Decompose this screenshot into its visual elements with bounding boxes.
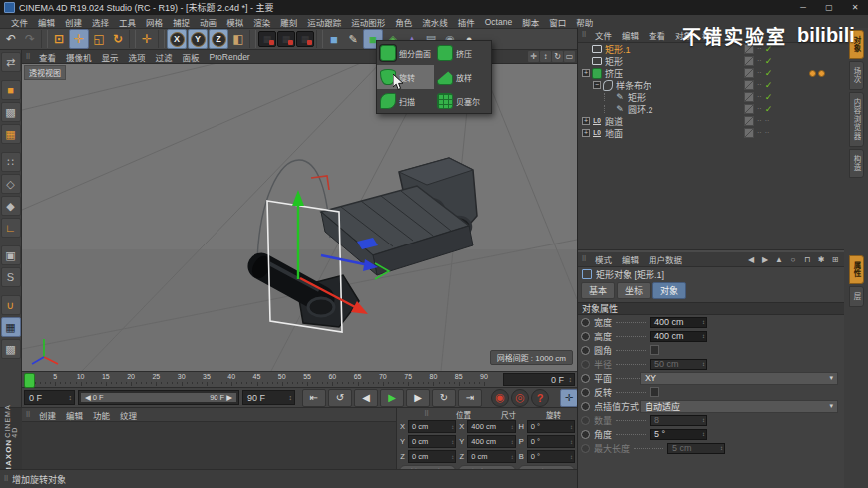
toggle-view-icon[interactable]: ▭ (564, 51, 575, 62)
size-x-field[interactable]: 400 cm (467, 420, 515, 433)
object-label[interactable]: 圆环.2 (628, 103, 653, 116)
object-row[interactable]: 矩形··✓ (578, 55, 844, 67)
lock-x-axis-icon[interactable]: X (167, 29, 187, 49)
record-keyframe-button[interactable]: ◉ (491, 389, 509, 407)
attribute-tab-基本[interactable]: 基本 (581, 282, 615, 299)
dock-tab-场次[interactable]: 场次 (849, 61, 864, 90)
move-tool-icon[interactable]: ✛ (69, 29, 89, 49)
menu-edit[interactable]: 编辑 (33, 16, 60, 28)
viewport-solo-icon[interactable]: ▣ (1, 245, 21, 265)
popup-item-lathe[interactable]: 旋转 (377, 65, 434, 89)
viewport-menu-panel[interactable]: 面板 (178, 51, 205, 63)
last-tool-icon[interactable]: ✛ (138, 30, 156, 48)
edges-mode-icon[interactable]: ◇ (1, 174, 21, 194)
attribute-dropdown[interactable]: XY (640, 372, 838, 385)
toggle-chip-icon[interactable] (744, 128, 754, 138)
history-forward-icon[interactable]: ▶ (760, 255, 770, 264)
object-row[interactable]: ✎圆环.2··✓ (578, 103, 844, 115)
size-z-field[interactable]: 0 cm (467, 450, 515, 463)
soft-selection-icon[interactable]: S (1, 267, 21, 287)
timeline-playhead[interactable] (24, 373, 35, 388)
popup-item-loft[interactable]: 放样 (434, 65, 491, 89)
position-y-field[interactable]: 0 cm (408, 435, 456, 448)
attribute-tab-对象[interactable]: 对象 (652, 282, 686, 299)
attribute-tab-坐标[interactable]: 坐标 (617, 282, 651, 299)
attribute-value-field[interactable]: 400 cm (650, 331, 707, 342)
panel-handle-icon[interactable] (578, 30, 590, 41)
new-panel-icon[interactable]: ⊞ (830, 255, 840, 264)
object-menu-objects[interactable]: 对象 (670, 29, 697, 41)
attribute-checkbox[interactable] (650, 387, 659, 397)
autokey-button[interactable]: ◎ (511, 389, 529, 407)
visibility-dots-icon[interactable]: ·· (757, 83, 762, 87)
enable-axis-icon[interactable]: ∟ (1, 218, 21, 238)
history-back-icon[interactable]: ◀ (746, 255, 756, 264)
rotation-p-field[interactable]: 0 ° (527, 435, 575, 448)
grid-snap-icon[interactable]: ▩ (1, 339, 21, 359)
popup-item-extrude[interactable]: 挤压 (434, 41, 491, 65)
visibility-dots-icon[interactable]: ·· (757, 95, 762, 99)
menu-window[interactable]: 窗口 (544, 16, 571, 28)
material-menu-edit[interactable]: 编辑 (61, 409, 88, 421)
lock-z-axis-icon[interactable]: Z (209, 29, 228, 49)
make-editable-icon[interactable]: ⇄ (1, 52, 21, 72)
animation-dot-icon[interactable] (581, 416, 590, 425)
animation-dot-icon[interactable] (581, 332, 590, 341)
viewport-menu-prorender[interactable]: ProRender (205, 52, 255, 62)
menu-snap[interactable]: 捕捉 (168, 16, 195, 28)
popup-item-bezier[interactable]: 贝塞尔 (434, 89, 491, 113)
snapping-icon[interactable]: ∪ (1, 295, 21, 315)
menu-create[interactable]: 创建 (60, 16, 87, 28)
enabled-check-icon[interactable]: ✓ (765, 80, 773, 90)
close-button[interactable]: ✕ (842, 0, 868, 15)
zoom-view-icon[interactable]: ↕ (540, 51, 551, 62)
menu-script[interactable]: 脚本 (517, 16, 544, 28)
object-row[interactable]: +L0地面···· (578, 127, 844, 139)
rotate-view-icon[interactable]: ↻ (552, 51, 563, 62)
rotation-b-field[interactable]: 0 ° (527, 450, 575, 463)
expand-icon[interactable]: + (582, 129, 590, 137)
gear-icon[interactable]: ✱ (816, 255, 826, 264)
attribute-menu-mode[interactable]: 模式 (590, 253, 617, 265)
frame-start-field[interactable]: 0 F (24, 390, 75, 405)
animation-dot-icon[interactable] (581, 374, 590, 383)
attribute-menu-edit[interactable]: 编辑 (617, 253, 644, 265)
model-mode-icon[interactable]: ■ (1, 80, 21, 100)
play-forward-button[interactable]: ▶ (380, 389, 404, 407)
viewport-menu-options[interactable]: 选项 (124, 51, 151, 63)
panel-handle-icon[interactable] (578, 254, 590, 265)
material-menu-function[interactable]: 功能 (88, 409, 115, 421)
menu-tools[interactable]: 工具 (114, 16, 141, 28)
enabled-check-icon[interactable]: ✓ (765, 92, 773, 102)
menu-mesh[interactable]: 网格 (141, 16, 168, 28)
toggle-chip-icon[interactable] (744, 92, 754, 102)
object-row[interactable]: +挤压··✓ (578, 67, 844, 79)
menu-motion-tracker[interactable]: 运动跟踪 (302, 16, 346, 28)
menu-plugins[interactable]: 插件 (453, 16, 480, 28)
next-frame-button[interactable]: ▶ (406, 389, 430, 407)
menu-octane[interactable]: Octane (480, 17, 517, 27)
position-x-field[interactable]: 0 cm (408, 420, 456, 433)
loop-button[interactable]: ↻ (432, 389, 456, 407)
attribute-value-field[interactable]: 400 cm (650, 317, 707, 328)
minimize-button[interactable]: ─ (790, 0, 816, 15)
rotation-h-field[interactable]: 0 ° (527, 420, 575, 433)
keyframe-selection-button[interactable]: ? (531, 389, 549, 407)
collapse-icon[interactable]: − (593, 81, 601, 89)
view-label[interactable]: 透视视图 (24, 65, 66, 80)
dock-tab-对象[interactable]: 对象 (849, 30, 864, 59)
popup-item-subdivision-surface[interactable]: 细分曲面 (377, 41, 434, 65)
expand-icon[interactable]: + (582, 117, 590, 125)
menu-simulate[interactable]: 模拟 (221, 16, 248, 28)
render-to-picture-viewer-icon[interactable]: ▦ (277, 31, 295, 47)
maximize-button[interactable]: ▢ (816, 0, 842, 15)
previous-frame-button[interactable]: ◀ (354, 389, 378, 407)
toggle-chip-icon[interactable] (744, 68, 754, 78)
visibility-dots-icon[interactable]: ·· (757, 107, 762, 111)
rotate-tool-icon[interactable]: ↻ (109, 30, 127, 48)
animation-dot-icon[interactable] (581, 444, 590, 453)
animation-dot-icon[interactable] (581, 360, 590, 369)
object-menu-edit[interactable]: 编辑 (617, 29, 644, 41)
undo-icon[interactable]: ↶ (2, 30, 20, 48)
panel-handle-icon[interactable] (0, 474, 12, 485)
